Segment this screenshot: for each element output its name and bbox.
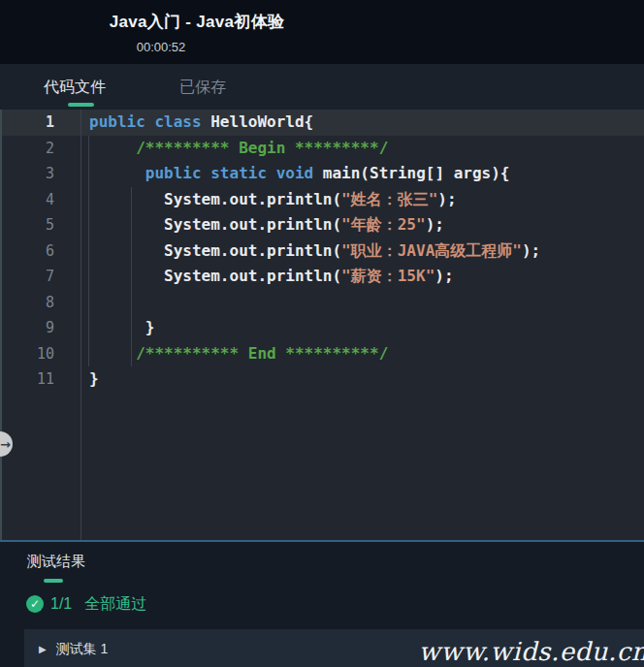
code-line: }	[89, 366, 644, 393]
code-segment: public static void	[145, 164, 323, 182]
code-line: }	[89, 315, 644, 341]
save-status-label: 已保存	[179, 64, 226, 110]
code-line: /********** End **********/	[89, 341, 644, 367]
code-segment: "职业：JAVA高级工程师"	[341, 241, 522, 260]
testset-label: 测试集 1	[56, 641, 109, 658]
page-title: Java入门 - Java初体验	[0, 11, 394, 33]
code-segment: }	[89, 369, 99, 388]
code-segment	[89, 344, 136, 363]
line-number: 3	[0, 161, 80, 187]
editor-tabbar: 代码文件 已保存	[0, 64, 644, 110]
line-number: 1	[0, 110, 80, 136]
line-number: 2	[0, 136, 80, 162]
code-segment: );	[522, 241, 540, 260]
code-segment: "薪资：15K"	[341, 267, 435, 285]
code-segment	[89, 164, 145, 182]
code-segment: System.out.println(	[89, 190, 341, 208]
code-segment	[89, 139, 136, 157]
tab-test-results[interactable]: 测试结果	[27, 553, 85, 571]
code-segment: );	[437, 190, 456, 208]
line-number: 6	[0, 238, 80, 265]
code-line: /********* Begin *********/	[89, 136, 644, 162]
code-line: public class HelloWorld{	[89, 110, 644, 136]
chevron-right-icon: ▶	[39, 644, 47, 654]
code-line: System.out.println("年龄：25");	[89, 212, 644, 238]
active-tab-underline	[68, 103, 94, 107]
line-number: 7	[0, 264, 80, 290]
code-segment: HelloWorld{	[210, 112, 313, 131]
line-number: 10	[0, 341, 80, 367]
exercise-window: Java入门 - Java初体验 00:00:52 代码文件 已保存 1 2 3…	[0, 0, 644, 667]
code-segment: );	[435, 267, 453, 285]
code-segment: /********** End **********/	[136, 344, 388, 363]
code-segment: }	[89, 318, 154, 336]
code-editor[interactable]: 1 2 3 4 5 6 7 8 9 10 11 public class Hel…	[0, 110, 644, 540]
code-segment: /********* Begin *********/	[136, 139, 388, 157]
left-panel-divider	[0, 110, 2, 540]
line-number: 8	[0, 290, 80, 316]
code-segment: System.out.println(	[89, 241, 341, 260]
code-text-area[interactable]: public class HelloWorld{ /********* Begi…	[89, 110, 644, 540]
code-segment: main(String[] args){	[323, 164, 510, 182]
active-tab-underline	[44, 579, 63, 583]
line-number: 11	[0, 366, 80, 393]
pass-ratio: 1/1	[50, 595, 72, 613]
code-line: System.out.println("姓名：张三");	[89, 187, 644, 213]
line-number-gutter: 1 2 3 4 5 6 7 8 9 10 11	[0, 110, 81, 540]
code-segment: );	[426, 215, 444, 234]
check-circle-icon: ✓	[26, 595, 44, 613]
arrow-right-icon: →	[0, 438, 13, 451]
pass-status-text: 全部通过	[84, 594, 146, 615]
pass-summary-row: ✓ 1/1 全部通过	[26, 593, 146, 615]
line-number: 5	[0, 212, 80, 238]
code-segment: "年龄：25"	[341, 215, 426, 234]
elapsed-timer: 00:00:52	[0, 40, 322, 54]
test-result-panel: 测试结果 ✓ 1/1 全部通过 ▶ 测试集 1 www.wids.edu.cn	[0, 540, 644, 667]
code-line	[89, 290, 644, 316]
check-icon: ✓	[30, 598, 40, 610]
code-line: System.out.println("职业：JAVA高级工程师");	[89, 238, 644, 265]
code-segment: System.out.println(	[89, 215, 341, 234]
code-segment: public class	[89, 112, 210, 131]
header-bar: Java入门 - Java初体验 00:00:52	[0, 0, 644, 64]
testset-expander[interactable]: ▶ 测试集 1	[24, 629, 644, 667]
code-segment: System.out.println(	[89, 267, 341, 285]
code-line: public static void main(String[] args){	[89, 161, 644, 187]
line-number: 4	[0, 187, 80, 213]
code-segment: "姓名：张三"	[341, 190, 437, 208]
code-line: System.out.println("薪资：15K");	[89, 264, 644, 290]
line-number: 9	[0, 315, 80, 341]
